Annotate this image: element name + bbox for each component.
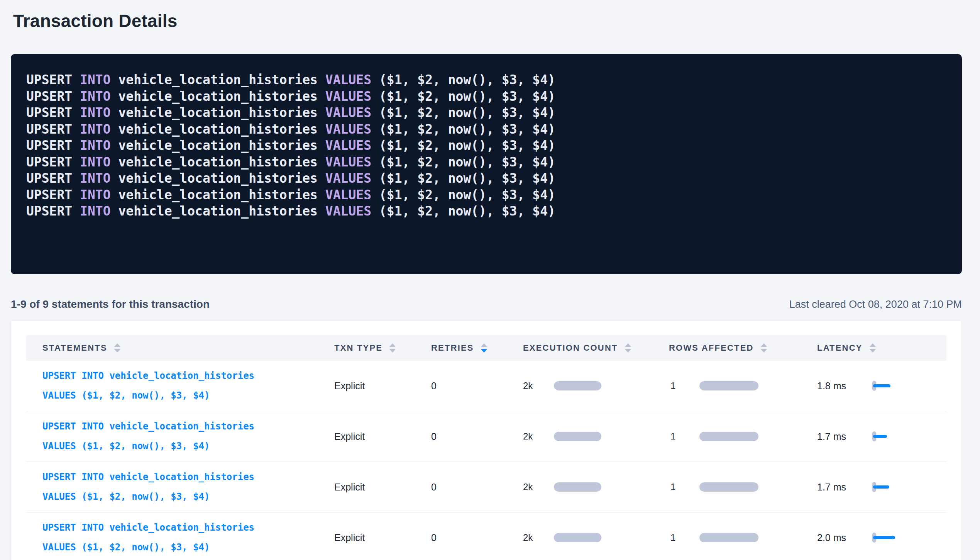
statement-line-2: VALUES ($1, $2, now(), $3, $4) <box>42 487 334 507</box>
sql-statement-line: UPSERT INTO vehicle_location_histories V… <box>26 105 946 121</box>
execution-count-bar <box>554 432 601 441</box>
column-header-rows-affected[interactable]: ROWS AFFECTED <box>669 343 817 353</box>
rows-affected-cell: 1 <box>669 431 817 442</box>
transaction-sql-box: UPSERT INTO vehicle_location_histories V… <box>11 54 962 274</box>
column-label-txn-type: TXN TYPE <box>334 343 383 353</box>
sql-text: UPSERT <box>26 187 80 202</box>
txn-type-value: Explicit <box>334 431 365 442</box>
txn-type-cell: Explicit <box>334 380 431 392</box>
statement-link[interactable]: UPSERT INTO vehicle_location_historiesVA… <box>42 366 334 406</box>
retries-value: 0 <box>431 380 437 391</box>
sort-icon-retries[interactable] <box>481 343 487 353</box>
sort-desc-arrow-icon <box>481 349 487 353</box>
txn-type-cell: Explicit <box>334 482 431 493</box>
statement-link[interactable]: UPSERT INTO vehicle_location_historiesVA… <box>42 518 334 557</box>
rows-affected-cell: 1 <box>669 380 817 391</box>
rows-affected-value: 1 <box>669 532 699 543</box>
latency-bar <box>873 384 890 387</box>
statement-table-row: UPSERT INTO vehicle_location_historiesVA… <box>26 361 946 411</box>
rows-affected-bar <box>699 381 758 390</box>
column-header-latency[interactable]: LATENCY <box>817 343 946 353</box>
rows-affected-value: 1 <box>669 380 699 391</box>
retries-value: 0 <box>431 482 437 492</box>
statement-table-row: UPSERT INTO vehicle_location_historiesVA… <box>26 411 946 462</box>
sort-desc-arrow-icon <box>761 349 767 353</box>
sql-table-name: vehicle_location_histories <box>111 154 325 170</box>
sql-statement-line: UPSERT INTO vehicle_location_histories V… <box>26 88 946 105</box>
statements-count-text: 1-9 of 9 statements for this transaction <box>11 298 210 311</box>
statement-line-2: VALUES ($1, $2, now(), $3, $4) <box>42 386 334 406</box>
sort-desc-arrow-icon <box>114 349 120 353</box>
column-label-rows-affected: ROWS AFFECTED <box>669 343 754 353</box>
sql-params: ($1, $2, now(), $3, $4) <box>371 72 555 87</box>
statement-cell: UPSERT INTO vehicle_location_historiesVA… <box>42 518 334 557</box>
sort-icon-rows-affected[interactable] <box>761 343 767 353</box>
latency-value: 2.0 ms <box>817 532 872 543</box>
sql-statement-line: UPSERT INTO vehicle_location_histories V… <box>26 72 946 88</box>
sql-statement-line: UPSERT INTO vehicle_location_histories V… <box>26 187 946 204</box>
sql-keyword-values: VALUES <box>325 171 371 186</box>
statement-cell: UPSERT INTO vehicle_location_historiesVA… <box>42 467 334 507</box>
sql-keyword-into: INTO <box>80 204 110 219</box>
sql-text: UPSERT <box>26 89 80 104</box>
table-header-row: STATEMENTSTXN TYPERETRIESEXECUTION COUNT… <box>26 335 946 361</box>
sql-table-name: vehicle_location_histories <box>111 89 325 104</box>
statement-line-1: UPSERT INTO vehicle_location_histories <box>42 467 334 487</box>
txn-type-cell: Explicit <box>334 431 431 442</box>
sql-keyword-values: VALUES <box>325 122 371 137</box>
column-header-statements[interactable]: STATEMENTS <box>42 343 334 353</box>
sql-keyword-into: INTO <box>80 171 110 186</box>
column-label-statements: STATEMENTS <box>42 343 107 353</box>
sort-desc-arrow-icon <box>389 349 396 353</box>
statements-table-card: STATEMENTSTXN TYPERETRIESEXECUTION COUNT… <box>11 321 962 560</box>
statement-line-1: UPSERT INTO vehicle_location_histories <box>42 417 334 436</box>
execution-count-cell: 2k <box>523 532 669 543</box>
statement-link[interactable]: UPSERT INTO vehicle_location_historiesVA… <box>42 467 334 507</box>
latency-value: 1.7 ms <box>817 482 872 493</box>
retries-cell: 0 <box>431 482 523 493</box>
sql-text: UPSERT <box>26 72 80 87</box>
execution-count-cell: 2k <box>523 380 669 391</box>
latency-value: 1.8 ms <box>817 380 872 392</box>
sql-table-name: vehicle_location_histories <box>111 122 325 137</box>
rows-affected-value: 1 <box>669 482 699 492</box>
sort-icon-txn-type[interactable] <box>389 343 396 353</box>
sql-keyword-into: INTO <box>80 72 110 87</box>
execution-count-cell: 2k <box>523 482 669 492</box>
latency-bar-chart <box>872 533 895 543</box>
retries-value: 0 <box>431 431 437 442</box>
sql-table-name: vehicle_location_histories <box>111 72 325 87</box>
table-body: UPSERT INTO vehicle_location_historiesVA… <box>26 361 946 560</box>
column-header-execution-count[interactable]: EXECUTION COUNT <box>523 343 669 353</box>
latency-cell: 2.0 ms <box>817 532 946 543</box>
sql-keyword-values: VALUES <box>325 187 371 202</box>
latency-cell: 1.8 ms <box>817 380 946 392</box>
sql-statement-line: UPSERT INTO vehicle_location_histories V… <box>26 203 946 220</box>
sort-icon-latency[interactable] <box>870 343 876 353</box>
statement-link[interactable]: UPSERT INTO vehicle_location_historiesVA… <box>42 417 334 456</box>
sql-table-name: vehicle_location_histories <box>111 171 325 186</box>
column-label-execution-count: EXECUTION COUNT <box>523 343 618 353</box>
table-summary-row: 1-9 of 9 statements for this transaction… <box>11 298 962 311</box>
sql-keyword-values: VALUES <box>325 89 371 104</box>
execution-count-value: 2k <box>523 532 554 543</box>
sql-keyword-values: VALUES <box>325 138 371 153</box>
rows-affected-bar <box>699 482 758 492</box>
txn-type-value: Explicit <box>334 482 365 492</box>
sort-icon-statements[interactable] <box>114 343 120 353</box>
column-header-txn-type[interactable]: TXN TYPE <box>334 343 431 353</box>
sort-asc-arrow-icon <box>114 343 120 347</box>
sql-statement-line: UPSERT INTO vehicle_location_histories V… <box>26 154 946 171</box>
latency-bar <box>873 435 887 438</box>
execution-count-bar <box>554 482 601 492</box>
statement-table-row: UPSERT INTO vehicle_location_historiesVA… <box>26 462 946 512</box>
sort-icon-execution-count[interactable] <box>625 343 631 353</box>
column-header-retries[interactable]: RETRIES <box>431 343 523 353</box>
sql-keyword-into: INTO <box>80 122 110 137</box>
sql-keyword-values: VALUES <box>325 105 371 120</box>
execution-count-value: 2k <box>523 482 554 492</box>
retries-cell: 0 <box>431 380 523 392</box>
sql-text: UPSERT <box>26 122 80 137</box>
sql-table-name: vehicle_location_histories <box>111 138 325 153</box>
execution-count-bar <box>554 533 601 542</box>
